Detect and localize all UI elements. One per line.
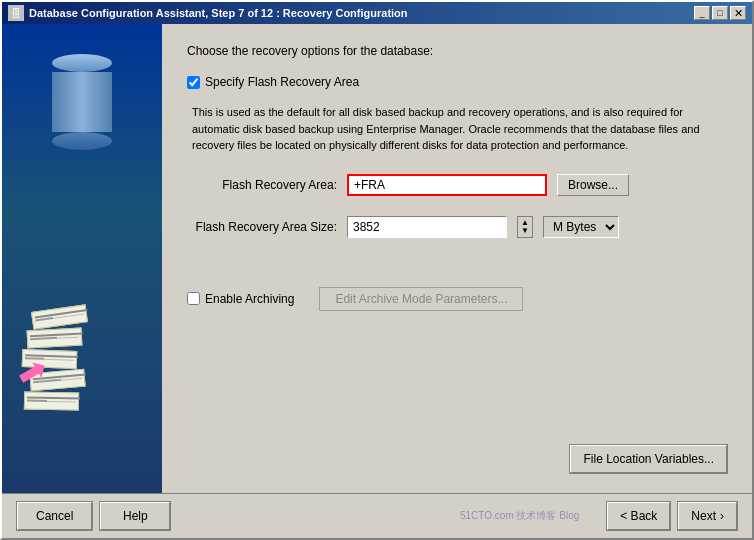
flash-recovery-size-label: Flash Recovery Area Size: bbox=[187, 220, 337, 234]
specify-flash-row: Specify Flash Recovery Area bbox=[187, 75, 727, 89]
illustration: ➡ bbox=[2, 24, 162, 493]
flash-recovery-area-input[interactable] bbox=[347, 174, 547, 196]
next-arrow-icon: › bbox=[720, 509, 724, 523]
app-icon: 🗄 bbox=[8, 5, 24, 21]
flash-recovery-size-row: Flash Recovery Area Size: ▲ ▼ M Bytes G … bbox=[187, 216, 727, 238]
specify-flash-checkbox[interactable] bbox=[187, 76, 200, 89]
unit-select[interactable]: M Bytes G Bytes bbox=[543, 216, 619, 238]
title-bar: 🗄 Database Configuration Assistant, Step… bbox=[2, 2, 752, 24]
window-title: Database Configuration Assistant, Step 7… bbox=[29, 7, 408, 19]
minimize-button[interactable]: _ bbox=[694, 6, 710, 20]
right-panel: Choose the recovery options for the data… bbox=[162, 24, 752, 493]
bottom-left-buttons: Cancel Help bbox=[17, 502, 170, 530]
enable-archiving-label: Enable Archiving bbox=[205, 292, 294, 306]
flash-description: This is used as the default for all disk… bbox=[187, 104, 727, 154]
cylinder-body bbox=[52, 72, 112, 132]
cylinder-top bbox=[52, 54, 112, 72]
edit-archive-button[interactable]: Edit Archive Mode Parameters... bbox=[319, 287, 523, 311]
doc-2 bbox=[27, 328, 83, 349]
bottom-right-buttons: 51CTO.com 技术博客 Blog < Back Next › bbox=[460, 502, 737, 530]
database-icon bbox=[52, 54, 112, 150]
back-label: < Back bbox=[620, 509, 657, 523]
file-location-button[interactable]: File Location Variables... bbox=[570, 445, 727, 473]
back-button[interactable]: < Back bbox=[607, 502, 670, 530]
specify-flash-label: Specify Flash Recovery Area bbox=[205, 75, 359, 89]
doc-1 bbox=[31, 304, 88, 329]
left-panel: ➡ bbox=[2, 24, 162, 493]
maximize-button[interactable]: □ bbox=[712, 6, 728, 20]
next-button[interactable]: Next › bbox=[678, 502, 737, 530]
help-button[interactable]: Help bbox=[100, 502, 170, 530]
main-window: 🗄 Database Configuration Assistant, Step… bbox=[0, 0, 754, 540]
cancel-button[interactable]: Cancel bbox=[17, 502, 92, 530]
size-spinner: ▲ ▼ bbox=[517, 216, 533, 238]
bottom-bar: Cancel Help 51CTO.com 技术博客 Blog < Back N… bbox=[2, 493, 752, 538]
enable-archiving-row: Enable Archiving Edit Archive Mode Param… bbox=[187, 287, 727, 311]
cylinder-bottom bbox=[52, 132, 112, 150]
spinner-down[interactable]: ▼ bbox=[521, 227, 529, 235]
browse-button[interactable]: Browse... bbox=[557, 174, 629, 196]
flash-recovery-area-label: Flash Recovery Area: bbox=[187, 178, 337, 192]
spinner-container: ▲ ▼ bbox=[517, 216, 533, 238]
title-buttons: _ □ ✕ bbox=[694, 6, 746, 20]
watermark: 51CTO.com 技术博客 Blog bbox=[460, 509, 579, 523]
next-label: Next bbox=[691, 509, 716, 523]
instruction-text: Choose the recovery options for the data… bbox=[187, 44, 727, 58]
content-area: ➡ Choose the recovery options for the da… bbox=[2, 24, 752, 493]
flash-recovery-size-input[interactable] bbox=[347, 216, 507, 238]
archiving-section: Enable Archiving Edit Archive Mode Param… bbox=[187, 287, 727, 311]
close-button[interactable]: ✕ bbox=[730, 6, 746, 20]
flash-recovery-area-row: Flash Recovery Area: Browse... bbox=[187, 174, 727, 196]
title-bar-left: 🗄 Database Configuration Assistant, Step… bbox=[8, 5, 408, 21]
enable-archiving-checkbox[interactable] bbox=[187, 292, 200, 305]
